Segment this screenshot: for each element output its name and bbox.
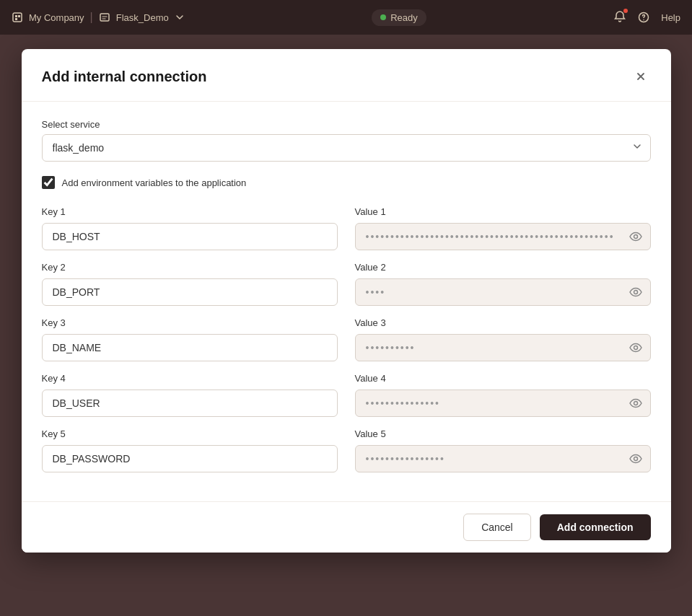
value-col-3: Value 3 xyxy=(355,317,651,361)
value-input-5[interactable] xyxy=(355,445,651,472)
value-label-3: Value 3 xyxy=(355,317,651,328)
topbar: My Company | Flask_Demo Ready xyxy=(0,0,692,35)
value-input-3[interactable] xyxy=(355,334,651,361)
value-wrapper-4 xyxy=(355,390,651,417)
modal-header: Add internal connection xyxy=(22,49,671,102)
checkbox-label: Add environment variables to the applica… xyxy=(62,177,247,188)
key-col-5: Key 5 xyxy=(42,428,338,472)
key-col-3: Key 3 xyxy=(42,317,338,361)
value-wrapper-1 xyxy=(355,223,651,250)
svg-point-9 xyxy=(634,346,637,350)
toggle-visibility-button-5[interactable] xyxy=(628,451,644,467)
kv-row-1: Key 1 Value 1 xyxy=(42,206,651,250)
close-button[interactable] xyxy=(631,66,651,87)
svg-rect-1 xyxy=(15,15,17,17)
value-wrapper-5 xyxy=(355,445,651,472)
svg-point-6 xyxy=(644,19,645,21)
svg-rect-2 xyxy=(18,15,20,17)
key-label-4: Key 4 xyxy=(42,373,338,384)
value-col-5: Value 5 xyxy=(355,428,651,472)
kv-row-2: Key 2 Value 2 xyxy=(42,262,651,306)
key-col-4: Key 4 xyxy=(42,373,338,417)
cancel-button[interactable]: Cancel xyxy=(463,514,531,541)
value-input-2[interactable] xyxy=(355,278,651,306)
svg-point-11 xyxy=(634,457,637,461)
project-name: Flask_Demo xyxy=(116,12,169,23)
value-label-1: Value 1 xyxy=(355,206,651,217)
modal-footer: Cancel Add connection xyxy=(22,501,671,553)
chevron-down-icon[interactable] xyxy=(175,12,185,22)
page-content: Add internal connection Select service f… xyxy=(0,35,692,616)
eye-icon-2 xyxy=(629,286,642,299)
env-vars-checkbox[interactable] xyxy=(42,176,55,189)
svg-rect-3 xyxy=(15,18,17,20)
key-label-2: Key 2 xyxy=(42,262,338,273)
checkbox-row: Add environment variables to the applica… xyxy=(42,176,651,189)
add-connection-button[interactable]: Add connection xyxy=(540,514,651,540)
kv-row-4: Key 4 Value 4 xyxy=(42,373,651,417)
topbar-left: My Company | Flask_Demo xyxy=(12,11,185,24)
value-label-2: Value 2 xyxy=(355,262,651,273)
key-col-1: Key 1 xyxy=(42,206,338,250)
modal: Add internal connection Select service f… xyxy=(22,49,671,553)
select-service-group: Select service flask_demo xyxy=(42,119,651,162)
kv-row-3: Key 3 Value 3 xyxy=(42,317,651,361)
eye-icon-1 xyxy=(629,230,642,243)
svg-point-8 xyxy=(634,291,637,294)
modal-title: Add internal connection xyxy=(42,69,207,85)
separator: | xyxy=(90,11,93,24)
notification-dot xyxy=(623,9,628,13)
kv-pairs-container: Key 1 Value 1 Key 2 xyxy=(42,206,651,472)
company-name: My Company xyxy=(29,12,84,23)
toggle-visibility-button-1[interactable] xyxy=(628,229,644,245)
value-label-5: Value 5 xyxy=(355,428,651,439)
key-input-3[interactable] xyxy=(42,334,338,361)
help-icon[interactable] xyxy=(638,12,649,23)
cancel-label: Cancel xyxy=(481,522,513,533)
value-wrapper-2 xyxy=(355,278,651,306)
topbar-right: Help xyxy=(613,10,680,25)
svg-rect-4 xyxy=(100,14,109,21)
value-wrapper-3 xyxy=(355,334,651,361)
key-input-4[interactable] xyxy=(42,390,338,417)
ready-dot xyxy=(380,14,386,20)
value-label-4: Value 4 xyxy=(355,373,651,384)
modal-body: Select service flask_demo xyxy=(22,102,671,501)
key-col-2: Key 2 xyxy=(42,262,338,306)
svg-point-7 xyxy=(634,235,637,239)
select-service-label: Select service xyxy=(42,119,651,130)
value-col-1: Value 1 xyxy=(355,206,651,250)
kv-row-5: Key 5 Value 5 xyxy=(42,428,651,472)
company-icon xyxy=(12,12,23,23)
status-text: Ready xyxy=(390,12,418,23)
toggle-visibility-button-4[interactable] xyxy=(628,395,644,411)
key-label-3: Key 3 xyxy=(42,317,338,328)
value-input-4[interactable] xyxy=(355,390,651,417)
key-label-1: Key 1 xyxy=(42,206,338,217)
key-input-5[interactable] xyxy=(42,445,338,472)
close-icon xyxy=(635,71,647,82)
toggle-visibility-button-3[interactable] xyxy=(628,340,644,356)
service-select[interactable]: flask_demo xyxy=(42,134,651,162)
help-label[interactable]: Help xyxy=(661,12,680,23)
project-icon xyxy=(99,12,110,23)
value-col-4: Value 4 xyxy=(355,373,651,417)
eye-icon-4 xyxy=(629,397,642,410)
key-input-1[interactable] xyxy=(42,223,338,250)
value-input-1[interactable] xyxy=(355,223,651,250)
value-col-2: Value 2 xyxy=(355,262,651,306)
status-badge: Ready xyxy=(372,9,426,26)
key-label-5: Key 5 xyxy=(42,428,338,439)
toggle-visibility-button-2[interactable] xyxy=(628,284,644,300)
eye-icon-3 xyxy=(629,341,642,354)
svg-point-10 xyxy=(634,402,637,405)
modal-overlay: Add internal connection Select service f… xyxy=(14,49,678,602)
eye-icon-5 xyxy=(629,452,642,465)
select-wrapper: flask_demo xyxy=(42,134,651,162)
add-connection-label: Add connection xyxy=(557,522,634,533)
key-input-2[interactable] xyxy=(42,278,338,306)
notification-bell[interactable] xyxy=(613,10,626,25)
